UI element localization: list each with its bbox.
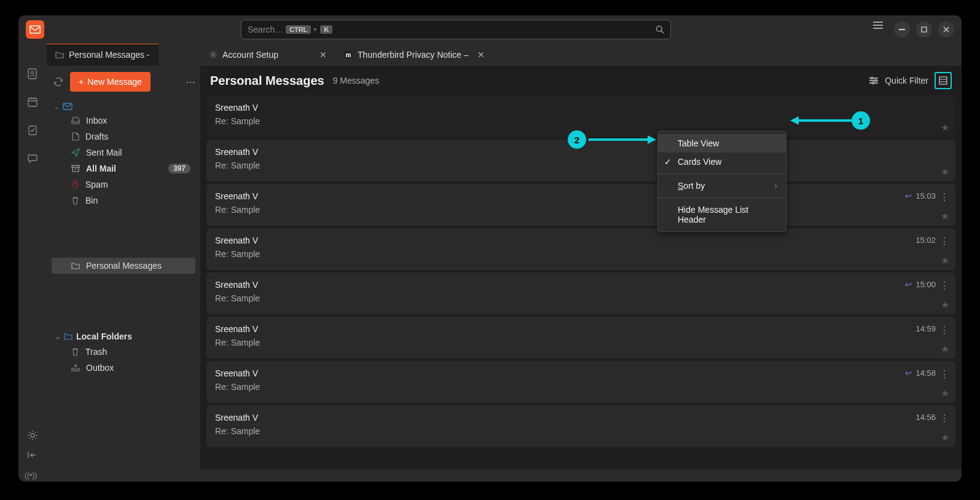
close-icon[interactable]: ✕ bbox=[319, 50, 327, 60]
message-more-icon[interactable]: ⋮ bbox=[939, 324, 949, 336]
new-message-button[interactable]: + New Message bbox=[70, 72, 151, 92]
folder-label: Personal Messages bbox=[86, 261, 162, 271]
star-icon[interactable]: ★ bbox=[941, 166, 949, 178]
message-card[interactable]: Sreenath VRe: Sample14:59⋮★ bbox=[206, 317, 955, 359]
star-icon[interactable]: ★ bbox=[941, 122, 949, 133]
star-icon[interactable]: ★ bbox=[941, 210, 949, 222]
message-card[interactable]: Sreenath VRe: Sample↩15:00⋮★ bbox=[206, 272, 955, 314]
message-time: ↩14:58 bbox=[905, 368, 936, 378]
minimize-button[interactable] bbox=[894, 22, 910, 38]
global-search[interactable]: CTRL + K bbox=[241, 20, 671, 39]
svg-point-21 bbox=[212, 54, 214, 56]
close-button[interactable] bbox=[938, 22, 954, 38]
local-folders-header[interactable]: ⌄ Local Folders bbox=[52, 329, 195, 344]
maximize-button[interactable] bbox=[916, 22, 932, 38]
message-time: 14:59 bbox=[915, 324, 936, 333]
message-from: Sreenath V bbox=[215, 191, 947, 201]
app-menu-button[interactable] bbox=[873, 22, 883, 38]
kbd-ctrl: CTRL bbox=[286, 25, 311, 34]
trash-icon bbox=[71, 347, 79, 356]
kbd-plus: + bbox=[313, 25, 317, 34]
folder-trash[interactable]: Trash bbox=[52, 344, 195, 360]
tab-account-setup[interactable]: Account Setup ✕ bbox=[200, 44, 335, 66]
drafts-icon bbox=[71, 132, 79, 141]
new-message-label: New Message bbox=[87, 77, 142, 87]
more-button[interactable]: ⋯ bbox=[186, 76, 195, 88]
message-list[interactable]: Sreenath VRe: Sample★Sreenath VRe: Sampl… bbox=[200, 95, 962, 469]
settings-icon[interactable] bbox=[27, 430, 38, 441]
folder-all-mail[interactable]: All Mail 397 bbox=[52, 161, 195, 177]
check-icon: ✓ bbox=[664, 157, 672, 167]
tab-privacy-notice[interactable]: m Thunderbird Privacy Notice – ✕ bbox=[335, 44, 493, 66]
menu-table-view[interactable]: Table View bbox=[658, 134, 786, 153]
message-card[interactable]: Sreenath VRe: Sample★ bbox=[206, 140, 955, 181]
favicon-icon: m bbox=[344, 50, 353, 59]
tab-personal-messages[interactable]: Personal Messages - bbox=[47, 44, 159, 66]
collapse-icon[interactable] bbox=[27, 451, 38, 459]
message-subject: Re: Sample bbox=[215, 426, 947, 436]
svg-rect-28 bbox=[939, 77, 947, 84]
menu-hide-header[interactable]: Hide Message List Header bbox=[658, 200, 786, 229]
message-from: Sreenath V bbox=[215, 103, 947, 113]
menu-sort-by[interactable]: Sort by› bbox=[658, 177, 786, 195]
star-icon[interactable]: ★ bbox=[941, 299, 949, 311]
message-from: Sreenath V bbox=[215, 236, 947, 245]
star-icon[interactable]: ★ bbox=[941, 432, 949, 443]
message-more-icon[interactable]: ⋮ bbox=[939, 191, 949, 203]
online-status-icon[interactable]: ((•)) bbox=[25, 471, 37, 480]
menu-label: Cards View bbox=[678, 157, 721, 167]
search-input[interactable] bbox=[248, 25, 284, 34]
address-book-icon[interactable] bbox=[27, 68, 38, 79]
spam-icon bbox=[71, 180, 79, 189]
message-card[interactable]: Sreenath VRe: Sample15:02⋮★ bbox=[206, 228, 955, 270]
message-time: ↩15:03 bbox=[905, 191, 936, 200]
message-card[interactable]: Sreenath VRe: Sample★ bbox=[206, 95, 955, 137]
folder-spam[interactable]: Spam bbox=[52, 177, 195, 192]
activity-bar bbox=[18, 44, 47, 469]
mail-account-icon bbox=[63, 103, 73, 110]
local-folders-label: Local Folders bbox=[76, 331, 132, 341]
sync-icon[interactable] bbox=[53, 76, 64, 87]
message-card[interactable]: Sreenath VRe: Sample↩15:03⋮★ bbox=[206, 184, 955, 226]
plus-icon: + bbox=[79, 77, 84, 87]
message-card[interactable]: Sreenath VRe: Sample↩14:58⋮★ bbox=[206, 361, 955, 403]
message-more-icon[interactable]: ⋮ bbox=[939, 236, 949, 247]
menu-separator bbox=[658, 173, 786, 174]
message-subject: Re: Sample bbox=[215, 116, 947, 126]
menu-label: Table View bbox=[678, 138, 719, 148]
message-subject: Re: Sample bbox=[215, 249, 947, 259]
display-options-button[interactable] bbox=[935, 72, 952, 89]
tab-label: Account Setup bbox=[222, 50, 278, 60]
message-more-icon[interactable]: ⋮ bbox=[939, 413, 949, 424]
folder-outbox[interactable]: Outbox bbox=[52, 360, 195, 376]
folder-sent[interactable]: Sent Mail bbox=[52, 145, 195, 161]
calendar-icon[interactable] bbox=[27, 97, 38, 108]
folder-inbox[interactable]: Inbox bbox=[52, 113, 195, 129]
message-more-icon[interactable]: ⋮ bbox=[939, 280, 949, 292]
chevron-right-icon: › bbox=[774, 181, 777, 191]
chat-icon[interactable] bbox=[27, 153, 38, 164]
settings-icon bbox=[209, 50, 218, 59]
message-card[interactable]: Sreenath VRe: Sample14:56⋮★ bbox=[206, 405, 955, 447]
folder-label: Drafts bbox=[85, 132, 108, 141]
svg-rect-0 bbox=[30, 26, 41, 33]
menu-cards-view[interactable]: ✓Cards View bbox=[658, 153, 786, 171]
star-icon[interactable]: ★ bbox=[941, 255, 949, 266]
message-more-icon[interactable]: ⋮ bbox=[939, 368, 949, 380]
quick-filter-label[interactable]: Quick Filter bbox=[885, 76, 928, 85]
svg-point-26 bbox=[875, 79, 877, 81]
folder-bin[interactable]: Bin bbox=[52, 192, 195, 208]
tasks-icon[interactable] bbox=[27, 125, 38, 136]
message-subject: Re: Sample bbox=[215, 161, 947, 170]
chevron-down-icon: ⌄ bbox=[55, 333, 60, 340]
filter-sliders-icon[interactable] bbox=[869, 76, 879, 85]
reply-icon: ↩ bbox=[905, 191, 912, 200]
svg-rect-20 bbox=[72, 165, 79, 167]
star-icon[interactable]: ★ bbox=[941, 343, 949, 355]
folder-drafts[interactable]: Drafts bbox=[52, 129, 195, 145]
close-icon[interactable]: ✕ bbox=[477, 50, 485, 60]
svg-rect-12 bbox=[28, 98, 37, 106]
star-icon[interactable]: ★ bbox=[941, 387, 949, 399]
account-header[interactable]: ⌄ bbox=[52, 100, 195, 113]
folder-personal-messages[interactable]: Personal Messages bbox=[52, 258, 195, 274]
